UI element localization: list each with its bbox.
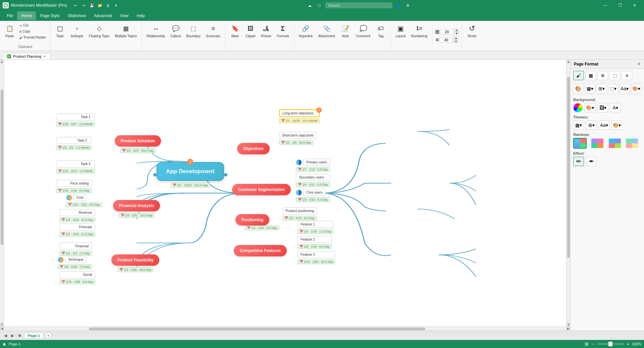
page-tab-add-btn[interactable]: + <box>45 332 52 339</box>
redo-btn[interactable]: ↪ <box>80 2 87 9</box>
objectives-node[interactable]: Objectives <box>237 143 270 154</box>
task2-node[interactable]: Task 2 📅 1/2 - 2/1 : 1.0 Month <box>56 137 92 150</box>
print-btn[interactable]: 🖨 <box>105 2 111 9</box>
menu-file[interactable]: File <box>3 11 17 20</box>
picture-button[interactable]: 🏞 Picture <box>259 23 273 39</box>
primary-users-node[interactable]: Primary users 📅 1/7 - 1/12 : 5.0 Day <box>296 159 330 172</box>
bg-color-wheel-btn[interactable] <box>573 103 583 112</box>
cost-node[interactable]: Cost 📅 1/21 - 1/31 : 8.0 Day <box>66 194 102 207</box>
floating-topic-button[interactable]: ◇ Floating Topic <box>87 23 112 39</box>
panel-collapse-btn[interactable]: ✕ <box>637 62 641 66</box>
menu-slideshow[interactable]: Slideshow <box>63 11 90 20</box>
h-scrollbar-thumb[interactable] <box>89 328 425 330</box>
themes-layout-btn[interactable]: ⊞▾ <box>586 120 597 130</box>
spin-down-bottom[interactable]: ▼ <box>453 40 458 43</box>
effect-btn-1[interactable]: ✏ <box>573 157 584 166</box>
attachment-button[interactable]: 📎 Attachment <box>316 23 337 39</box>
comment-button[interactable]: 💭 Comment <box>354 23 372 39</box>
customer-seg-node[interactable]: Customer Segmentation <box>232 184 291 195</box>
social-node[interactable]: Social 📅 1/15 - 1/26 : 9.0 Day <box>59 271 95 284</box>
h-scroll-right[interactable]: ▶ <box>566 327 570 331</box>
feature2-node[interactable]: Feature 2 📅 1/8 - 1/19 : 9.0 Day <box>298 236 332 249</box>
menu-page-style[interactable]: Page Style <box>36 11 63 20</box>
hyperlink-button[interactable]: 🔗 Hyperlink <box>297 23 315 39</box>
themes-palette-btn[interactable]: 🎨▾ <box>611 120 622 130</box>
task3-node[interactable]: Task 3 📅 1/14 - 2/13 : 1.0 Month <box>56 160 95 173</box>
tab-close-btn[interactable]: ✕ <box>43 55 46 58</box>
zoom-out-btn[interactable]: − <box>591 341 594 347</box>
product-schedule-node[interactable]: Product Schedule 📅 1/2 - 4/27 : 83.0 Day <box>115 135 161 153</box>
v-scrollbar-thumb[interactable] <box>1 90 3 245</box>
page-tab-next[interactable]: ▶ <box>10 333 15 338</box>
product-feasibility-node[interactable]: Product Feasibility 📅 1/2 - 1/26 : 18.0 … <box>111 254 159 272</box>
bg-text-color-btn[interactable]: A▾ <box>610 103 621 112</box>
paste-button[interactable]: 📋 Paste <box>3 23 17 39</box>
feature3-node[interactable]: Feature 3 📅 1/14 - 1/26 : 10.0 Day <box>298 251 335 264</box>
center-node[interactable]: 1 App Development 📅 1/2 - 10/29 : 214.0 … <box>157 162 224 188</box>
settings-btn[interactable]: ⚙ <box>405 2 411 9</box>
zoom-in-btn[interactable]: + <box>627 341 629 347</box>
cloud-btn[interactable]: ☁ <box>307 2 313 9</box>
fit-btn[interactable]: ⊞ <box>585 341 589 347</box>
undo-btn[interactable]: ↩ <box>72 2 79 9</box>
restore-btn[interactable]: ❐ <box>613 0 627 11</box>
spin-up-top[interactable]: ▲ <box>454 29 459 32</box>
effect-btn-2[interactable]: ✒ <box>586 157 597 166</box>
copy-button[interactable]: ⎘ Copy <box>18 29 47 34</box>
v-scrollbar-right-thumb[interactable] <box>567 77 570 258</box>
summary-button[interactable]: ≡ Summary <box>204 23 222 39</box>
secondary-users-node[interactable]: Secondary users 📅 1/4 - 1/11 : 5.0 Day <box>296 174 330 187</box>
panel-text-btn[interactable]: Aa▾ <box>620 84 630 93</box>
number-input-top[interactable] <box>440 29 453 35</box>
multiple-topics-button[interactable]: ▦ Multiple Topics <box>113 23 139 39</box>
menu-help[interactable]: Help <box>132 11 149 20</box>
themes-font-btn[interactable]: Aa▾ <box>599 120 609 130</box>
number-input-bottom[interactable] <box>439 37 453 43</box>
minimize-btn[interactable]: — <box>598 0 612 11</box>
feature1-node[interactable]: Feature 1 📅 1/4 - 1/19 : 11.0 Day <box>298 221 333 234</box>
relationship-button[interactable]: ↔ Relationship <box>145 23 167 39</box>
mark-button[interactable]: 🔖 Mark <box>228 23 242 39</box>
formula-button[interactable]: Σ Formula <box>275 23 291 39</box>
rainbow-theme-1[interactable] <box>573 138 587 149</box>
page-tab-1[interactable]: Page-1 <box>24 333 44 339</box>
subtopic-button[interactable]: ▫ Subtopic <box>68 23 86 39</box>
task1-node[interactable]: Task 1 📅 1/29 - 4/27 : 2.9 Month <box>56 113 95 127</box>
long-term-node[interactable]: Long-term objectives 📅 1/2 - 10/29 : 10.… <box>279 109 320 123</box>
cut-button[interactable]: ✂ Cut <box>18 23 47 28</box>
format-painter-button[interactable]: 🖌 Format Painter <box>18 35 47 40</box>
page-tab-prev[interactable]: ◀ <box>3 333 8 338</box>
mind-map-canvas[interactable]: 1 App Development 📅 1/2 - 10/29 : 214.0 … <box>4 60 566 327</box>
product-pos-node[interactable]: Product positioning 📅 1/2 - 1/10 : 6.0 D… <box>282 207 317 220</box>
tag-button[interactable]: 🏷 Tag <box>374 23 388 39</box>
save-btn[interactable]: 💾 <box>89 2 95 9</box>
layout-button[interactable]: ▣ Layout <box>393 23 408 39</box>
panel-list-btn[interactable]: ≡ <box>622 71 632 80</box>
forecast-node[interactable]: Forecast 📅 1/3 - 1/18 : 11.0 Day <box>59 223 95 237</box>
boundary-button[interactable]: ⬚ Boundary <box>184 23 203 39</box>
bg-image-btn[interactable]: 🖼▾ <box>597 103 608 112</box>
short-term-node[interactable]: Short-term objectives 📅 1/2 - 2/5 : 24.0… <box>279 132 317 145</box>
account-btn[interactable]: 👤 <box>395 2 402 9</box>
numbering-button[interactable]: 1≡ Numbering <box>409 23 429 39</box>
competitive-features-node[interactable]: Competitive Features <box>234 245 287 256</box>
panel-color-picker-btn[interactable]: 🎨 <box>573 84 584 93</box>
clipart-button[interactable]: 🖼 Clipart <box>244 23 258 39</box>
financial2-node[interactable]: Financial 📅 1/2 - 1/3 : 1.0 Day <box>59 243 92 256</box>
open-btn[interactable]: 📁 <box>97 2 103 9</box>
core-users-node[interactable]: Core users 📅 1/3 - 1/10 : 5.0 Day <box>296 189 330 202</box>
panel-brush-btn[interactable]: 🖌 <box>573 71 584 80</box>
reset-button[interactable]: ↺ Reset <box>465 23 479 39</box>
share-btn[interactable]: ⬡ <box>316 2 323 9</box>
panel-grid-layout-btn[interactable]: ▦▾ <box>585 84 595 93</box>
rainbow-theme-3[interactable] <box>608 138 622 149</box>
note-button[interactable]: 📝 Note <box>338 23 353 39</box>
rainbow-theme-4[interactable] <box>625 138 639 149</box>
search-input[interactable] <box>325 2 392 8</box>
scroll-left-down[interactable]: ▼ <box>0 322 4 327</box>
panel-border2-btn[interactable]: ⬚▾ <box>608 84 619 93</box>
spin-up-bottom[interactable]: ▲ <box>453 37 458 40</box>
document-tab[interactable]: P Product Planning ✕ <box>3 53 50 59</box>
topic-button[interactable]: ◻ Topic <box>53 23 67 39</box>
panel-grid1-btn[interactable]: ▦ <box>585 71 596 80</box>
